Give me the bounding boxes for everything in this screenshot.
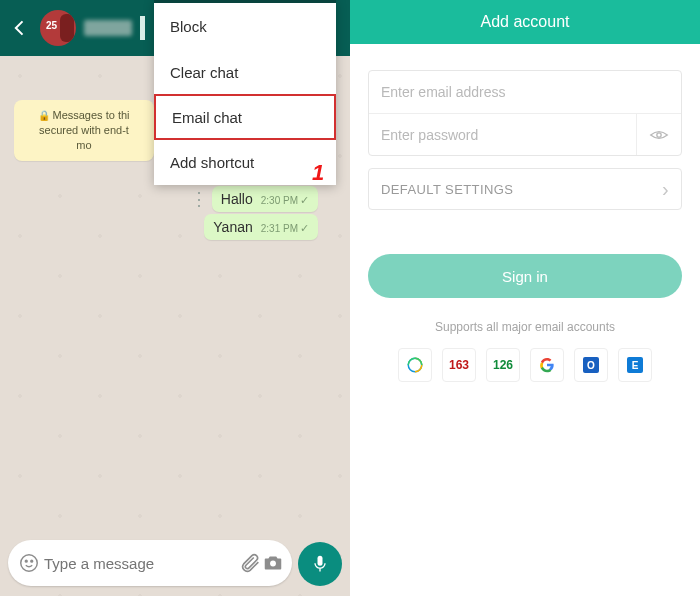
provider-google-icon[interactable] xyxy=(530,348,564,382)
menu-item-add-shortcut[interactable]: Add shortcut xyxy=(154,139,336,185)
password-field[interactable]: Enter password xyxy=(369,113,681,155)
encryption-text: Messages to thi secured with end-t mo xyxy=(39,109,129,151)
chevron-right-icon: › xyxy=(662,178,669,201)
menu-item-email-chat[interactable]: Email chat xyxy=(154,94,336,140)
default-settings-row[interactable]: DEFAULT SETTINGS › xyxy=(368,168,682,210)
camera-icon[interactable] xyxy=(262,550,284,576)
message-time: 2:30 PM✓ xyxy=(261,194,309,207)
message-text: Yanan xyxy=(213,219,252,235)
message-options-icon[interactable]: ⋮ xyxy=(190,190,208,208)
attach-icon[interactable] xyxy=(240,550,262,576)
provider-row: 163 126 O E xyxy=(350,348,700,382)
menu-item-clear-chat[interactable]: Clear chat xyxy=(154,49,336,95)
annotation-step-1: 1 xyxy=(312,160,324,186)
message-bubble[interactable]: Hallo 2:30 PM✓ xyxy=(212,186,318,212)
message-row[interactable]: Yanan 2:31 PM✓ xyxy=(204,214,318,240)
message-bubble[interactable]: Yanan 2:31 PM✓ xyxy=(204,214,318,240)
check-icon: ✓ xyxy=(300,222,309,235)
add-account-header: Add account xyxy=(350,0,700,44)
sign-in-button[interactable]: Sign in xyxy=(368,254,682,298)
supports-label: Supports all major email accounts xyxy=(350,320,700,334)
email-field[interactable]: Enter email address xyxy=(369,71,681,113)
password-placeholder: Enter password xyxy=(381,127,478,143)
emoji-icon[interactable] xyxy=(18,550,40,576)
message-time: 2:31 PM✓ xyxy=(261,222,309,235)
svg-point-2 xyxy=(31,560,33,562)
default-settings-label: DEFAULT SETTINGS xyxy=(381,182,513,197)
show-password-icon[interactable] xyxy=(636,114,669,155)
provider-163-icon[interactable]: 163 xyxy=(442,348,476,382)
mic-button[interactable] xyxy=(298,542,342,586)
message-text: Hallo xyxy=(221,191,253,207)
message-input-bar xyxy=(8,540,292,586)
add-account-screen: Add account Enter email address Enter pa… xyxy=(350,0,700,596)
provider-outlook-icon[interactable]: O xyxy=(574,348,608,382)
svg-point-4 xyxy=(657,132,661,136)
lock-icon: 🔒 xyxy=(38,110,50,121)
svg-point-1 xyxy=(25,560,27,562)
avatar[interactable]: 25 xyxy=(40,10,76,46)
whatsapp-menu: Block Clear chat Email chat Add shortcut xyxy=(154,0,336,185)
status-redacted xyxy=(140,16,145,40)
back-icon[interactable] xyxy=(8,16,32,40)
message-row[interactable]: ⋮ Hallo 2:30 PM✓ xyxy=(190,186,318,212)
svg-point-3 xyxy=(270,561,276,567)
avatar-number: 25 xyxy=(46,20,57,31)
credentials-group: Enter email address Enter password xyxy=(368,70,682,156)
svg-point-0 xyxy=(21,555,38,572)
contact-name-redacted xyxy=(84,20,132,36)
check-icon: ✓ xyxy=(300,194,309,207)
whatsapp-screen: 25 T 🔒Messages to thi secured with end-t… xyxy=(0,0,350,596)
provider-exchange-icon[interactable]: E xyxy=(618,348,652,382)
provider-126-icon[interactable]: 126 xyxy=(486,348,520,382)
menu-item-block[interactable]: Block xyxy=(154,3,336,49)
message-input[interactable] xyxy=(38,555,240,572)
encryption-banner: 🔒Messages to thi secured with end-t mo xyxy=(14,100,154,161)
provider-qqmail-icon[interactable] xyxy=(398,348,432,382)
email-placeholder: Enter email address xyxy=(381,84,506,100)
